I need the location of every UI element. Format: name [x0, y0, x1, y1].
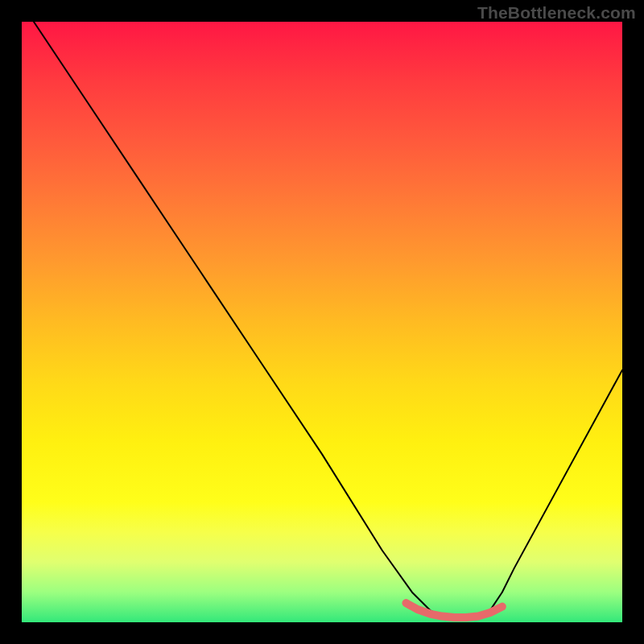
chart-frame: TheBottleneck.com [0, 0, 644, 644]
watermark-text: TheBottleneck.com [477, 3, 636, 23]
bottleneck-curve [34, 22, 622, 619]
optimal-highlight [406, 603, 502, 617]
chart-svg [22, 22, 622, 622]
chart-plot-area [22, 22, 622, 622]
